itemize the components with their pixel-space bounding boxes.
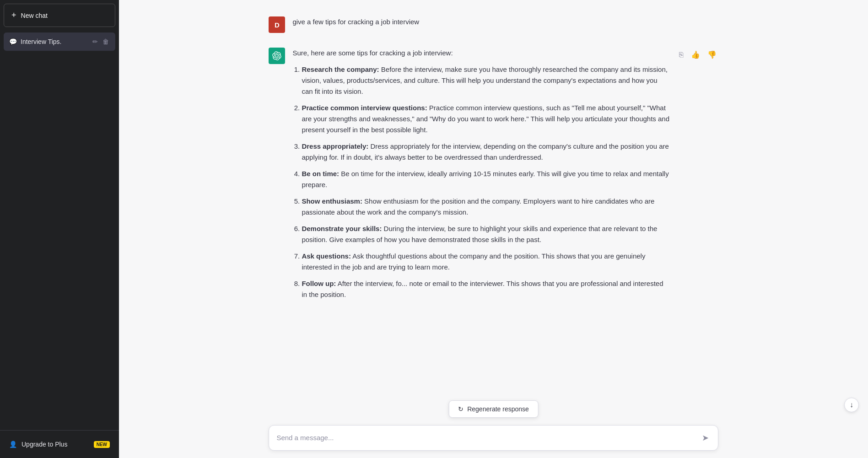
chat-container: D give a few tips for cracking a job int… [119, 0, 868, 458]
list-item: Research the company: Before the intervi… [302, 64, 669, 97]
sidebar: + New chat 💬 Interview Tips. ✏ 🗑 👤 Upgra… [0, 0, 119, 458]
input-wrapper: ➤ [269, 425, 718, 451]
list-item: Be on time: Be on time for the interview… [302, 168, 669, 190]
send-icon: ➤ [702, 433, 709, 443]
message-actions: ⎘ 👍 👎 [677, 48, 718, 61]
upgrade-button[interactable]: 👤 Upgrade to Plus NEW [4, 436, 115, 453]
assistant-intro: Sure, here are some tips for cracking a … [292, 48, 669, 59]
list-item: Show enthusiasm: Show enthusiasm for the… [302, 196, 669, 218]
chat-item-actions: ✏ 🗑 [92, 37, 110, 46]
thumbdown-button[interactable]: 👎 [706, 48, 718, 61]
new-chat-button[interactable]: + New chat [4, 4, 115, 27]
user-message-content: give a few tips for cracking a job inter… [292, 16, 718, 27]
main-area: D give a few tips for cracking a job int… [119, 0, 868, 458]
edit-chat-button[interactable]: ✏ [92, 37, 99, 46]
list-item: Follow up: After the interview, fo... no… [302, 278, 669, 300]
assistant-message-content: Sure, here are some tips for cracking a … [292, 48, 669, 306]
assistant-avatar [269, 48, 285, 64]
plus-icon: + [11, 11, 16, 20]
user-message-row: D give a few tips for cracking a job int… [119, 9, 868, 40]
new-badge: NEW [94, 441, 110, 448]
assistant-message-row: Sure, here are some tips for cracking a … [119, 40, 868, 313]
sidebar-bottom: 👤 Upgrade to Plus NEW [0, 430, 119, 458]
scroll-to-bottom-button[interactable]: ↓ [844, 398, 859, 412]
user-avatar: D [269, 16, 285, 33]
chat-item-left: 💬 Interview Tips. [9, 38, 61, 45]
copy-button[interactable]: ⎘ [677, 49, 685, 61]
refresh-icon: ↻ [458, 405, 464, 413]
regenerate-bar[interactable]: ↻ Regenerate response [448, 400, 539, 418]
tips-list: Research the company: Before the intervi… [292, 64, 669, 300]
regenerate-label: Regenerate response [467, 405, 529, 413]
user-icon: 👤 [9, 441, 17, 448]
list-item: Dress appropriately: Dress appropriately… [302, 141, 669, 163]
input-area: ➤ [119, 418, 868, 458]
new-chat-label: New chat [21, 12, 48, 19]
delete-chat-button[interactable]: 🗑 [102, 37, 110, 46]
chat-history: 💬 Interview Tips. ✏ 🗑 [0, 31, 119, 430]
send-button[interactable]: ➤ [700, 431, 711, 445]
chat-icon: 💬 [9, 38, 17, 45]
chat-item-label: Interview Tips. [21, 38, 61, 45]
chat-item[interactable]: 💬 Interview Tips. ✏ 🗑 [4, 32, 115, 51]
user-message-text: give a few tips for cracking a job inter… [292, 18, 419, 26]
down-arrow-icon: ↓ [850, 401, 853, 409]
list-item: Practice common interview questions: Pra… [302, 102, 669, 135]
message-input[interactable] [276, 433, 700, 443]
list-item: Ask questions: Ask thoughtful questions … [302, 251, 669, 273]
thumbup-button[interactable]: 👍 [689, 48, 702, 61]
upgrade-label: Upgrade to Plus [22, 441, 67, 448]
list-item: Demonstrate your skills: During the inte… [302, 223, 669, 245]
